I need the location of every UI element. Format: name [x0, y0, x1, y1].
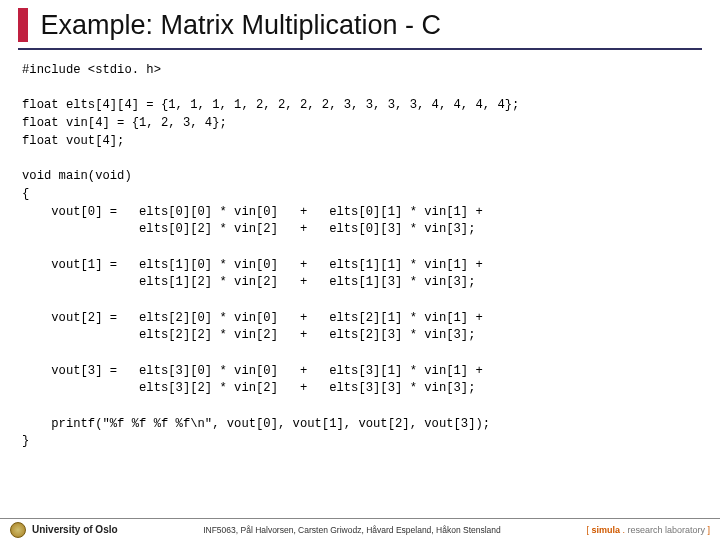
footer-credits: INF5063, Pål Halvorsen, Carsten Griwodz,…: [118, 525, 587, 535]
footer-left: University of Oslo: [10, 522, 118, 538]
footer-left-text: University of Oslo: [32, 524, 118, 535]
brand-suffix: research laboratory: [627, 525, 705, 535]
title-block: Example: Matrix Multiplication - C: [18, 8, 702, 50]
university-seal-icon: [10, 522, 26, 538]
brand-bracket-close: ]: [705, 525, 710, 535]
brand-name: simula: [591, 525, 620, 535]
title-underline: [18, 48, 702, 50]
slide-title: Example: Matrix Multiplication - C: [40, 10, 441, 40]
footer: University of Oslo INF5063, Pål Halvorse…: [0, 518, 720, 540]
code-block: #include <stdio. h> float elts[4][4] = {…: [22, 62, 698, 451]
footer-brand: [ simula . research laboratory ]: [586, 525, 710, 535]
title-accent-bar: [18, 8, 28, 42]
slide: Example: Matrix Multiplication - C #incl…: [0, 0, 720, 540]
